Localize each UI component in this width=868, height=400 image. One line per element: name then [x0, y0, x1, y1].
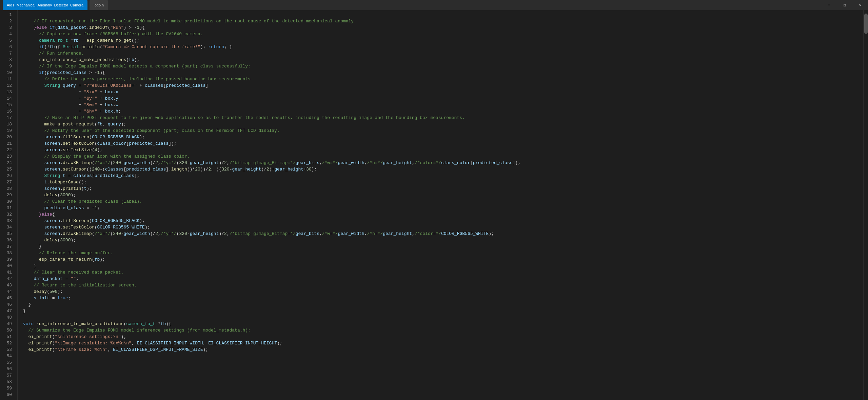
code-line: }else if(data_packet.indexOf("Run") > -1…: [23, 25, 145, 30]
code-line: // Capture a new frame (RGB565 buffer) w…: [23, 32, 203, 37]
close-button[interactable]: ✕: [852, 0, 868, 10]
code-line: // Display the gear icon with the assign…: [23, 154, 190, 159]
code-line: // Release the image buffer.: [23, 251, 113, 256]
title-bar: AioT_Mechanical_Anomaly_Detector_Camera …: [0, 0, 868, 10]
code-line: screen.setTextColor(class_color[predicte…: [23, 141, 177, 146]
code-line: delay(500);: [23, 289, 63, 294]
tab-bar: AioT_Mechanical_Anomaly_Detector_Camera …: [3, 0, 108, 10]
code-line: t.toUpperCase();: [23, 180, 86, 185]
code-line: String t = classes[predicted_class];: [23, 173, 139, 178]
code-line: }: [23, 308, 26, 314]
code-line: // Run inference.: [23, 51, 84, 56]
maximize-button[interactable]: ☐: [837, 0, 852, 10]
code-line: + "&y=" + box.y: [23, 96, 118, 101]
scrollbar[interactable]: [863, 10, 868, 400]
code-line: screen.setTextColor(COLOR_RGB565_WHITE);: [23, 225, 150, 230]
scrollbar-thumb[interactable]: [864, 14, 868, 34]
code-line: s_init = true;: [23, 296, 71, 301]
code-line: screen.println(t);: [23, 186, 92, 191]
code-line: screen.drawXBitmap(/*x=*/(240-gear_width…: [23, 231, 494, 236]
code-line: delay(3000);: [23, 193, 76, 198]
code-editor[interactable]: // If requested, run the Edge Impulse FO…: [18, 10, 863, 400]
code-line: + "&h=" + box.h;: [23, 109, 121, 114]
code-line: // Clear the predicted class (label).: [23, 199, 142, 204]
code-line: // If the Edge Impulse FOMO model detect…: [23, 64, 251, 69]
editor-container: 1234567891011121314151617181920212223242…: [0, 10, 868, 400]
tab-label-1: AioT_Mechanical_Anomaly_Detector_Camera: [7, 3, 83, 7]
minimize-button[interactable]: –: [821, 0, 837, 10]
code-line: predicted_class = -1;: [23, 205, 100, 211]
code-line: }: [23, 263, 36, 268]
code-line: camera_fb_t *fb = esp_camera_fb_get();: [23, 38, 139, 43]
code-line: // Clear the received data packet.: [23, 270, 123, 275]
code-line: }: [23, 302, 31, 307]
code-line: if(predicted_class > -1){: [23, 70, 105, 75]
window-controls: – ☐ ✕: [821, 0, 868, 10]
code-line: run_inference_to_make_predictions(fb);: [23, 57, 139, 62]
code-line: // If requested, run the Edge Impulse FO…: [23, 19, 356, 24]
code-line: // Notify the user of the detected compo…: [23, 128, 280, 133]
tab-inactive[interactable]: logo.h: [90, 0, 108, 10]
tab-label-2: logo.h: [94, 3, 104, 7]
code-line: + "&x=" + box.x: [23, 89, 118, 95]
code-line: void run_inference_to_make_predictions(c…: [23, 321, 171, 326]
code-line: // Define the query parameters, includin…: [23, 77, 253, 82]
code-line: // Return to the initialization screen.: [23, 283, 137, 288]
code-line: delay(3000);: [23, 238, 76, 243]
code-line: data_packet = "";: [23, 276, 79, 281]
code-line: // Make an HTTP POST request to the give…: [23, 115, 465, 120]
code-line: ei_printf("\tImage resolution: %dx%d\n",…: [23, 341, 282, 346]
code-line: if(!fb){ Serial.println("Camera => Canno…: [23, 44, 232, 49]
line-number: 1234567891011121314151617181920212223242…: [6, 12, 12, 397]
code-line: + "&w=" + box.w: [23, 102, 118, 107]
line-numbers: 1234567891011121314151617181920212223242…: [0, 10, 18, 400]
code-line: ei_printf("\nInference settings:\n");: [23, 334, 126, 339]
code-line: screen.setTextSize(4);: [23, 147, 102, 153]
code-line: }: [23, 244, 42, 249]
code-line: screen.fillScreen(COLOR_RGB565_BLACK);: [23, 135, 145, 140]
code-line: screen.fillScreen(COLOR_RGB565_BLACK);: [23, 218, 145, 223]
tab-active[interactable]: AioT_Mechanical_Anomaly_Detector_Camera: [3, 0, 87, 10]
code-line: esp_camera_fb_return(fb);: [23, 257, 105, 262]
code-line: make_a_post_request(fb, query);: [23, 122, 126, 127]
code-line: screen.setCursor((240-(classes[predicted…: [23, 167, 317, 172]
code-line: ei_printf("\tFrame size: %d\n", EI_CLASS…: [23, 347, 208, 352]
code-line: screen.drawXBitmap(/*x=*/(240-gear_width…: [23, 160, 520, 165]
code-line: String query = "?results=OK&class=" + cl…: [23, 83, 208, 88]
code-line: }else{: [23, 212, 55, 217]
code-line: // Summarize the Edge Impulse FOMO model…: [23, 328, 251, 333]
